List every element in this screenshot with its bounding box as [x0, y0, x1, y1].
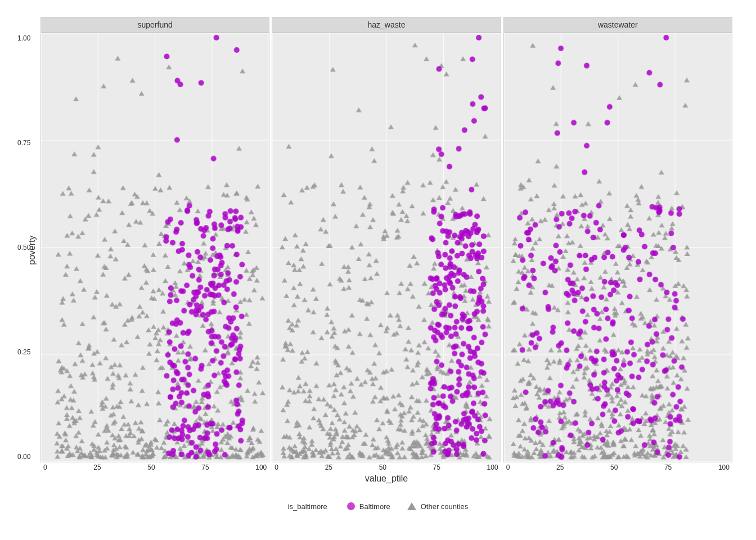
legend-item-other: Other counties — [407, 502, 469, 511]
panel-header-haz-waste: haz_waste — [272, 17, 501, 33]
panel-wastewater: wastewater — [503, 17, 732, 462]
panels-and-xaxis: superfund 1.00 0.75 0.50 0.25 0.00 — [40, 17, 732, 484]
legend-circle-baltimore — [347, 502, 355, 510]
chart-container: poverty superfund 1.00 0.75 0.50 0.25 0.… — [18, 11, 738, 529]
panel-plot-wastewater — [503, 33, 732, 462]
legend-triangle-other — [407, 502, 416, 510]
x-axis-ticks-row: 0 25 50 75 100 0 25 50 75 100 — [40, 464, 732, 471]
panel-plot-haz-waste — [272, 33, 501, 462]
x-ticks-haz-waste: 0 25 50 75 100 — [272, 464, 501, 471]
legend-label-baltimore: Baltimore — [359, 502, 390, 511]
canvas-haz-waste — [272, 33, 500, 462]
legend-area: is_baltimore Baltimore Other counties — [18, 484, 738, 529]
legend-title: is_baltimore — [288, 502, 327, 511]
panel-plot-superfund: 1.00 0.75 0.50 0.25 0.00 — [40, 33, 269, 462]
panel-header-superfund: superfund — [40, 17, 269, 33]
x-ticks-wastewater: 0 25 50 75 100 — [503, 464, 732, 471]
panel-header-wastewater: wastewater — [503, 17, 732, 33]
legend-label-other: Other counties — [421, 502, 469, 511]
y-axis-ticks: 1.00 0.75 0.50 0.25 0.00 — [17, 33, 30, 462]
x-axis-label: value_ptile — [40, 474, 732, 484]
panel-superfund: superfund 1.00 0.75 0.50 0.25 0.00 — [40, 17, 269, 462]
x-ticks-superfund: 0 25 50 75 100 — [40, 464, 269, 471]
panel-haz-waste: haz_waste — [272, 17, 501, 462]
legend-item-baltimore: Baltimore — [347, 502, 390, 511]
plot-area: poverty superfund 1.00 0.75 0.50 0.25 0.… — [18, 11, 738, 484]
canvas-wastewater — [504, 33, 732, 462]
panels-row: superfund 1.00 0.75 0.50 0.25 0.00 — [40, 17, 732, 462]
canvas-superfund — [41, 33, 269, 462]
